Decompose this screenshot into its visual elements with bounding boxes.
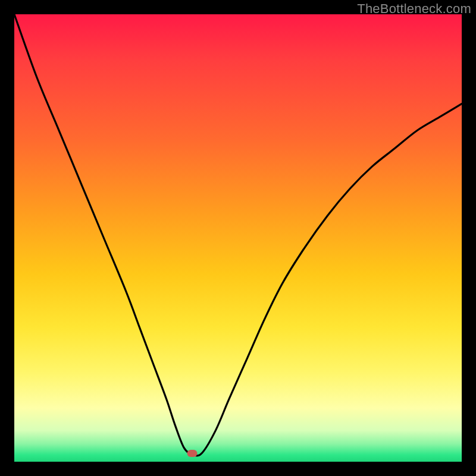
chart-frame: TheBottleneck.com [0,0,476,476]
bottleneck-curve [14,14,462,462]
optimal-marker-icon [187,450,198,457]
plot-area [14,14,462,462]
